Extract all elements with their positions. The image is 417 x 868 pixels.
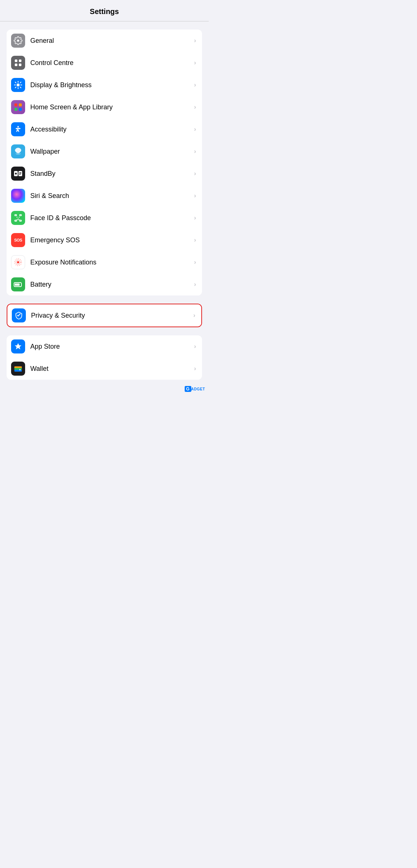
privacy-icon [12,308,26,322]
svg-rect-3 [19,64,21,66]
emergency-sos-chevron: › [194,236,196,244]
settings-item-control-centre[interactable]: Control Centre › [7,52,202,74]
control-centre-label: Control Centre [30,59,191,67]
appstore-icon [11,339,25,353]
display-label: Display & Brightness [30,81,191,89]
emergency-sos-icon: SOS [11,233,25,247]
battery-label: Battery [30,281,191,288]
svg-rect-37 [14,366,22,368]
wallet-label: Wallet [30,365,191,373]
page-title: Settings [90,7,119,16]
svg-point-29 [17,217,17,218]
settings-item-exposure[interactable]: Exposure Notifications › [7,251,202,273]
svg-rect-39 [14,370,22,372]
svg-rect-26 [20,215,21,216]
exposure-chevron: › [194,259,196,266]
svg-point-4 [17,83,20,86]
general-chevron: › [194,37,196,44]
settings-item-standby[interactable]: StandBy › [7,163,202,185]
settings-item-wallpaper[interactable]: Wallpaper › [7,140,202,163]
exposure-icon [11,255,25,269]
standby-chevron: › [194,170,196,177]
display-chevron: › [194,81,196,89]
svg-rect-35 [15,284,20,286]
wallpaper-label: Wallpaper [30,148,191,156]
svg-rect-15 [14,108,17,111]
settings-group-1: General › Control Centre › [7,30,202,295]
wallpaper-chevron: › [194,148,196,155]
emergency-sos-label: Emergency SOS [30,236,191,244]
settings-group-privacy: Privacy & Security › [7,304,202,327]
faceid-icon [11,211,25,225]
gadget-watermark: GADGET [185,386,205,392]
battery-chevron: › [194,281,196,288]
home-screen-icon [11,100,25,114]
accessibility-icon [11,122,25,136]
display-icon [11,78,25,92]
settings-item-siri[interactable]: Siri & Search › [7,185,202,207]
svg-rect-27 [15,220,17,221]
settings-item-general[interactable]: General › [7,30,202,52]
wallpaper-icon [11,144,25,158]
standby-label: StandBy [30,170,191,178]
appstore-label: App Store [30,343,191,351]
faceid-chevron: › [194,214,196,222]
svg-point-19 [18,149,19,150]
svg-rect-13 [14,103,17,106]
privacy-label: Privacy & Security [31,312,190,319]
siri-chevron: › [194,192,196,199]
home-screen-label: Home Screen & App Library [30,103,191,111]
svg-rect-38 [14,368,22,370]
home-screen-chevron: › [194,103,196,111]
svg-line-11 [20,82,21,83]
settings-group-apps: App Store › Wallet › [7,335,202,380]
svg-point-18 [16,150,17,151]
appstore-chevron: › [194,343,196,350]
svg-point-22 [15,173,17,175]
svg-rect-0 [15,59,17,62]
settings-item-accessibility[interactable]: Accessibility › [7,118,202,140]
siri-icon [11,189,25,203]
svg-rect-21 [18,171,22,176]
svg-point-31 [17,261,19,263]
wallet-chevron: › [194,365,196,372]
svg-rect-24 [19,174,21,175]
battery-icon [11,277,25,291]
control-centre-chevron: › [194,59,196,66]
svg-rect-23 [19,172,21,174]
general-icon [11,34,25,48]
settings-item-appstore[interactable]: App Store › [7,335,202,358]
svg-rect-14 [19,103,22,106]
control-centre-icon [11,56,25,70]
svg-rect-28 [20,220,21,221]
svg-point-30 [19,217,20,218]
svg-line-9 [15,82,16,83]
privacy-chevron: › [193,312,195,319]
svg-rect-16 [19,108,22,111]
standby-icon [11,167,25,181]
svg-rect-2 [15,64,17,66]
settings-item-emergency-sos[interactable]: SOS Emergency SOS › [7,229,202,251]
exposure-label: Exposure Notifications [30,259,191,266]
svg-point-17 [17,126,19,127]
svg-rect-25 [15,215,17,216]
siri-label: Siri & Search [30,192,191,200]
accessibility-chevron: › [194,126,196,133]
settings-item-faceid[interactable]: Face ID & Passcode › [7,207,202,229]
svg-line-10 [20,87,21,88]
settings-item-privacy[interactable]: Privacy & Security › [7,304,201,327]
settings-item-battery[interactable]: Battery › [7,273,202,295]
faceid-label: Face ID & Passcode [30,214,191,222]
general-label: General [30,37,191,45]
svg-point-40 [19,369,21,370]
settings-item-home-screen[interactable]: Home Screen & App Library › [7,96,202,118]
svg-rect-1 [19,59,21,62]
wallet-icon [11,362,25,376]
settings-item-wallet[interactable]: Wallet › [7,358,202,380]
accessibility-label: Accessibility [30,126,191,133]
settings-header: Settings [0,0,209,21]
settings-item-display[interactable]: Display & Brightness › [7,74,202,96]
svg-line-12 [15,87,16,88]
